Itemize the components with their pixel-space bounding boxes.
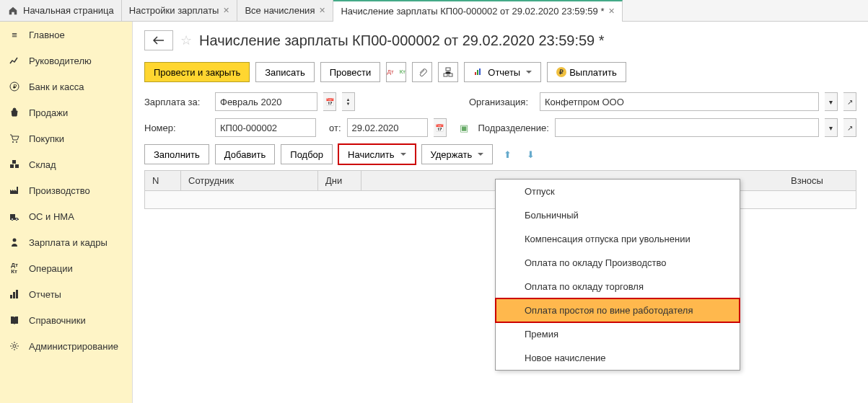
structure-button[interactable] (438, 62, 458, 82)
tab-label: Начальная страница (23, 5, 114, 16)
ruble-icon: ₽ (556, 67, 566, 77)
sidebar-item-main[interactable]: ≡Главное (0, 22, 132, 48)
col-n[interactable]: N (145, 171, 181, 190)
post-button[interactable]: Провести (320, 62, 381, 82)
sidebar-item-operations[interactable]: ДтКтОперации (0, 255, 132, 281)
calendar-icon[interactable]: 📅 (434, 118, 447, 137)
svg-rect-16 (449, 74, 452, 76)
svg-rect-6 (12, 160, 16, 164)
svg-rect-4 (10, 164, 14, 168)
dd-item-downtime[interactable]: Оплата простоя по вине работодателя (496, 298, 740, 322)
col-contrib[interactable]: Взносы (784, 171, 856, 190)
dd-item-salary-trade[interactable]: Оплата по окладу торговля (496, 275, 740, 298)
svg-rect-12 (16, 290, 18, 298)
salary-for-label: Зарплата за: (144, 97, 209, 107)
svg-point-3 (16, 141, 17, 143)
dd-item-sick[interactable]: Больничный (496, 203, 740, 227)
factory-icon (9, 185, 20, 196)
back-button[interactable] (144, 30, 173, 50)
fill-button[interactable]: Заполнить (144, 144, 209, 164)
col-employee[interactable]: Сотрудник (181, 171, 318, 190)
sidebar-item-warehouse[interactable]: Склад (0, 151, 132, 177)
svg-rect-10 (10, 295, 12, 298)
person-icon (9, 236, 20, 248)
sidebar-item-catalogs[interactable]: Справочники (0, 307, 132, 333)
dropdown-icon[interactable]: ▾ (825, 118, 838, 137)
chart-icon (9, 55, 20, 66)
close-icon[interactable]: ✕ (319, 6, 325, 15)
sidebar-item-admin[interactable]: Администрирование (0, 333, 132, 359)
dd-item-vacation[interactable]: Отпуск (496, 180, 740, 203)
sidebar-item-production[interactable]: Производство (0, 177, 132, 203)
svg-rect-14 (446, 68, 450, 71)
sidebar-item-assets[interactable]: ОС и НМА (0, 203, 132, 229)
close-icon[interactable]: ✕ (223, 6, 229, 15)
col-days[interactable]: Дни (318, 171, 361, 190)
accrue-button[interactable]: Начислить (338, 144, 415, 164)
save-button[interactable]: Записать (255, 62, 315, 82)
dd-item-compensation[interactable]: Компенсация отпуска при увольнении (496, 227, 740, 251)
number-label: Номер: (144, 123, 209, 133)
post-and-close-button[interactable]: Провести и закрыть (144, 62, 250, 82)
accrue-dropdown: Отпуск Больничный Компенсация отпуска пр… (495, 179, 740, 371)
svg-point-9 (13, 239, 17, 242)
spinner-icon[interactable]: ▲▼ (342, 92, 355, 111)
sidebar: ≡Главное Руководителю ₽Банк и касса Прод… (0, 22, 133, 403)
tab-bar: Начальная страница Настройки зарплаты ✕ … (0, 0, 868, 22)
doc-icon: ▣ (460, 123, 468, 133)
favorite-icon[interactable]: ☆ (180, 32, 192, 48)
tab-label: Настройки зарплаты (129, 5, 219, 16)
move-down-icon[interactable]: ⬇ (522, 146, 539, 163)
content-area: ☆ Начисление зарплаты КП00-000002 от 29.… (133, 22, 868, 403)
calendar-icon[interactable]: 📅 (323, 92, 336, 111)
close-icon[interactable]: ✕ (608, 6, 615, 16)
boxes-icon (9, 159, 20, 170)
dd-item-bonus[interactable]: Премия (496, 322, 740, 346)
reports-button[interactable]: Отчеты (464, 62, 541, 82)
svg-rect-11 (13, 292, 15, 298)
dtkt-icon: ДтКт (9, 262, 20, 274)
open-icon[interactable]: ↗ (843, 92, 856, 111)
sidebar-item-purchases[interactable]: Покупки (0, 125, 132, 151)
salary-for-input[interactable]: Февраль 2020 (215, 92, 317, 111)
withhold-button[interactable]: Удержать (421, 144, 494, 164)
attach-button[interactable] (412, 62, 432, 82)
from-label: от: (329, 123, 341, 133)
ruble-icon: ₽ (9, 81, 20, 92)
svg-rect-15 (444, 74, 447, 76)
tab-payroll-doc[interactable]: Начисление зарплаты КП00-000002 от 29.02… (333, 0, 623, 21)
pick-button[interactable]: Подбор (281, 144, 333, 164)
svg-point-13 (13, 345, 16, 347)
svg-rect-5 (15, 164, 19, 168)
pay-button[interactable]: ₽Выплатить (547, 62, 626, 82)
svg-rect-19 (479, 68, 481, 75)
svg-point-2 (12, 141, 14, 143)
tab-label: Начисление зарплаты КП00-000002 от 29.02… (341, 6, 604, 17)
dtkt-button[interactable]: ДтКт (386, 62, 406, 82)
number-input[interactable]: КП00-000002 (215, 118, 316, 137)
dropdown-icon[interactable]: ▾ (825, 92, 838, 111)
tab-all-accruals[interactable]: Все начисления ✕ (237, 0, 333, 21)
home-icon (7, 5, 19, 17)
sidebar-item-reports[interactable]: Отчеты (0, 281, 132, 307)
org-label: Организация: (469, 97, 534, 107)
tab-label: Все начисления (245, 5, 315, 16)
sidebar-item-hr[interactable]: Зарплата и кадры (0, 229, 132, 255)
dept-label: Подразделение: (478, 123, 549, 133)
dd-item-new[interactable]: Новое начисление (496, 346, 740, 370)
date-input[interactable]: 29.02.2020 (347, 118, 428, 137)
gear-icon (9, 340, 20, 352)
tab-salary-settings[interactable]: Настройки зарплаты ✕ (122, 0, 238, 21)
org-input[interactable]: Конфетпром ООО (540, 92, 819, 111)
sidebar-item-bank[interactable]: ₽Банк и касса (0, 74, 132, 99)
tab-home[interactable]: Начальная страница (0, 0, 122, 21)
dept-input[interactable] (555, 118, 819, 137)
move-up-icon[interactable]: ⬆ (499, 146, 516, 163)
dd-item-salary-prod[interactable]: Оплата по окладу Производство (496, 251, 740, 275)
sidebar-item-sales[interactable]: Продажи (0, 99, 132, 125)
add-button[interactable]: Добавить (215, 144, 275, 164)
bag-icon (9, 107, 20, 118)
svg-point-7 (12, 218, 14, 221)
sidebar-item-manager[interactable]: Руководителю (0, 48, 132, 74)
open-icon[interactable]: ↗ (843, 118, 856, 137)
